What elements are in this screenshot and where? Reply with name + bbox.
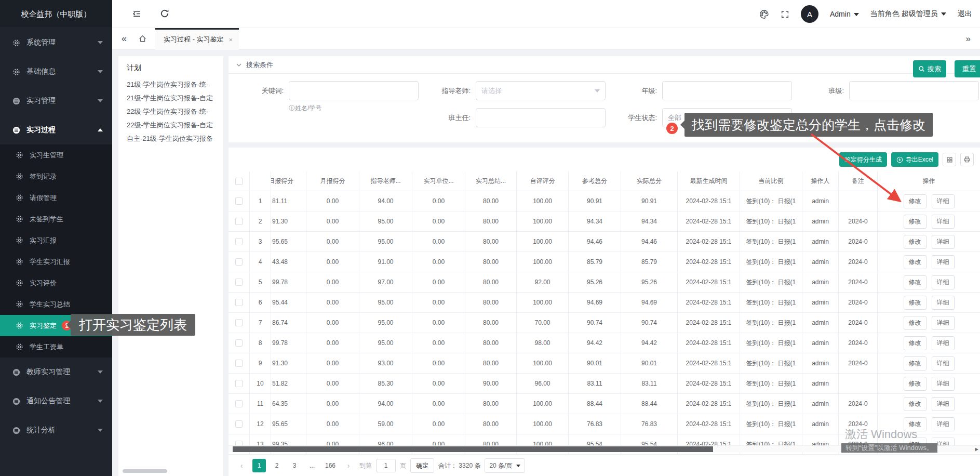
row-actions-cell: 修改详细 <box>878 191 980 211</box>
plan-item-1[interactable]: 21级-学生岗位实习报备-自定 <box>118 91 223 105</box>
keyword-input[interactable] <box>289 81 419 100</box>
row-checkbox[interactable] <box>235 197 243 205</box>
edit-button[interactable]: 修改 <box>904 316 927 330</box>
detail-button[interactable]: 详细 <box>932 215 955 229</box>
sidebar-item-2[interactable]: 请假管理 <box>0 187 112 208</box>
plan-item-4[interactable]: 自主-21级-学生岗位实习报备 <box>118 132 223 146</box>
sidebar-item-5[interactable]: 学生实习汇报 <box>0 251 112 272</box>
page-ellipsis[interactable]: ... <box>305 459 319 472</box>
sidebar-group-bottom-1[interactable]: 通知公告管理 <box>0 387 112 416</box>
sidebar-item-3[interactable]: 未签到学生 <box>0 208 112 230</box>
page-button-2[interactable]: 2 <box>270 459 284 472</box>
sidebar-group-top-1[interactable]: 基础信息 <box>0 57 112 86</box>
generate-score-button[interactable]: 鉴定得分生成 <box>839 152 887 167</box>
scrollbar-thumb[interactable] <box>233 446 713 452</box>
row-checkbox[interactable] <box>235 400 243 407</box>
edit-button[interactable]: 修改 <box>904 255 927 269</box>
detail-button[interactable]: 详细 <box>932 275 955 289</box>
page-button-3[interactable]: 3 <box>288 459 301 472</box>
row-checkbox[interactable] <box>235 238 243 245</box>
user-menu[interactable]: Admin <box>830 10 859 18</box>
edit-button[interactable]: 修改 <box>904 296 927 310</box>
sidebar-group-bottom-2[interactable]: 统计分析 <box>0 416 112 445</box>
detail-button[interactable]: 详细 <box>932 296 955 310</box>
sidebar-item-9[interactable]: 学生工资单 <box>0 336 112 358</box>
detail-button[interactable]: 详细 <box>932 316 955 330</box>
row-checkbox[interactable] <box>235 258 243 266</box>
refresh-icon[interactable] <box>160 9 169 20</box>
row-checkbox[interactable] <box>235 339 243 347</box>
page-button-1[interactable]: 1 <box>252 459 266 472</box>
jump-page-input[interactable] <box>376 459 396 472</box>
plan-item-3[interactable]: 22级-学生岗位实习报备-自定 <box>118 118 223 132</box>
page-size-select[interactable]: 20 条/页 <box>485 458 525 473</box>
collapse-sidebar-icon[interactable] <box>132 9 142 20</box>
edit-button[interactable]: 修改 <box>904 377 927 391</box>
row-checkbox[interactable] <box>235 299 243 306</box>
export-excel-button[interactable]: 导出Excel <box>891 152 938 167</box>
edit-button[interactable]: 修改 <box>904 235 927 249</box>
detail-button[interactable]: 详细 <box>932 377 955 391</box>
row-checkbox[interactable] <box>235 319 243 326</box>
edit-button[interactable]: 修改 <box>904 194 927 208</box>
tab-active[interactable]: 实习过程 - 实习鉴定 × <box>155 28 239 50</box>
circle-list-icon <box>12 368 20 376</box>
sidebar-group-bottom-0[interactable]: 教师实习管理 <box>0 358 112 387</box>
edit-button[interactable]: 修改 <box>904 356 927 371</box>
logout-button[interactable]: 退出 <box>958 9 972 19</box>
plan-item-0[interactable]: 21级-学生岗位实习报备-统- <box>118 78 223 91</box>
edit-button[interactable]: 修改 <box>904 397 927 411</box>
detail-button[interactable]: 详细 <box>932 417 955 431</box>
scrollbar-right-arrow-icon[interactable]: ▶ <box>975 447 978 452</box>
head-teacher-input[interactable] <box>476 108 606 127</box>
sidebar-item-7[interactable]: 学生实习总结 <box>0 294 112 315</box>
row-checkbox[interactable] <box>235 279 243 286</box>
select-all-checkbox[interactable] <box>235 178 243 185</box>
column-settings-button[interactable] <box>943 153 956 166</box>
sidebar-group-top-0[interactable]: 系统管理 <box>0 28 112 57</box>
teacher-select[interactable]: 请选择 <box>476 81 606 100</box>
sidebar-group-top-2[interactable]: 实习管理 <box>0 86 112 115</box>
class-input[interactable] <box>849 81 979 100</box>
reset-button[interactable]: 重置 <box>955 60 980 77</box>
detail-button[interactable]: 详细 <box>932 255 955 269</box>
grade-input[interactable] <box>662 81 792 100</box>
search-panel-header[interactable]: 搜索条件 <box>229 56 980 74</box>
detail-button[interactable]: 详细 <box>932 356 955 371</box>
home-icon[interactable] <box>138 34 147 43</box>
sidebar-item-4[interactable]: 实习汇报 <box>0 230 112 251</box>
search-button[interactable]: 搜索 <box>913 60 946 77</box>
plan-item-2[interactable]: 22级-学生岗位实习报备-统- <box>118 105 223 118</box>
page-next-button[interactable]: › <box>342 459 355 472</box>
table-horizontal-scrollbar[interactable]: ▶ <box>229 445 980 452</box>
detail-button[interactable]: 详细 <box>932 194 955 208</box>
fullscreen-icon[interactable] <box>781 10 789 19</box>
row-checkbox[interactable] <box>235 380 243 387</box>
row-checkbox[interactable] <box>235 218 243 225</box>
row-checkbox[interactable] <box>235 360 243 367</box>
tabs-scroll-right-icon[interactable]: » <box>966 34 971 44</box>
detail-button[interactable]: 详细 <box>932 397 955 411</box>
tab-close-icon[interactable]: × <box>229 36 233 44</box>
sidebar-item-6[interactable]: 实习评价 <box>0 272 112 294</box>
plan-horizontal-scrollbar[interactable] <box>123 469 167 473</box>
theme-palette-icon[interactable] <box>759 9 769 19</box>
print-button[interactable] <box>960 153 974 166</box>
page-button-166[interactable]: 166 <box>323 459 338 472</box>
row-checkbox[interactable] <box>235 420 243 428</box>
page-prev-button[interactable]: ‹ <box>235 459 248 472</box>
detail-button[interactable]: 详细 <box>932 235 955 249</box>
edit-button[interactable]: 修改 <box>904 336 927 350</box>
tabs-scroll-left-icon[interactable]: « <box>122 33 127 44</box>
role-menu[interactable]: 当前角色 超级管理员 <box>870 9 946 19</box>
sidebar-group-top-3[interactable]: 实习过程 <box>0 115 112 144</box>
edit-button[interactable]: 修改 <box>904 275 927 289</box>
jump-confirm-button[interactable]: 确定 <box>410 458 434 473</box>
cell-operator: admin <box>802 211 839 231</box>
sidebar-item-1[interactable]: 签到记录 <box>0 166 112 187</box>
edit-button[interactable]: 修改 <box>904 215 927 229</box>
sidebar-item-0[interactable]: 实习生管理 <box>0 144 112 166</box>
avatar[interactable]: A <box>801 5 818 23</box>
detail-button[interactable]: 详细 <box>932 336 955 350</box>
edit-button[interactable]: 修改 <box>904 417 927 431</box>
